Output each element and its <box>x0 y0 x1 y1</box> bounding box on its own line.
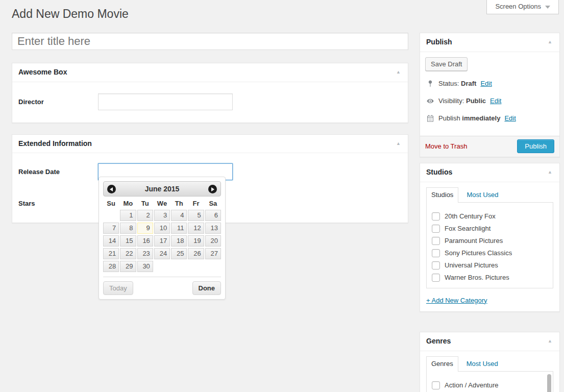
studio-item[interactable]: Fox Searchlight <box>432 223 553 235</box>
checkbox[interactable] <box>432 274 440 282</box>
schedule-edit-link[interactable]: Edit <box>504 114 516 122</box>
calendar-day[interactable]: 24 <box>154 248 170 259</box>
genre-item[interactable]: Action / Adventure <box>432 379 553 391</box>
visibility-edit-link[interactable]: Edit <box>490 97 501 105</box>
calendar-day[interactable]: 29 <box>120 261 136 272</box>
calendar-day[interactable]: 1 <box>120 210 136 221</box>
tab-genres-most-used[interactable]: Most Used <box>467 357 498 372</box>
metabox-publish: Publish ▲ Save Draft Status: Draft Edit <box>420 33 560 157</box>
checkbox[interactable] <box>432 261 440 270</box>
datepicker-footer: Today Done <box>103 277 221 295</box>
day-of-week-label: Mo <box>120 200 136 207</box>
calendar-day[interactable]: 10 <box>154 223 170 234</box>
calendar-day[interactable]: 8 <box>120 223 136 234</box>
add-new-category-link[interactable]: + Add New Category <box>426 297 487 304</box>
status-edit-link[interactable]: Edit <box>480 80 492 87</box>
calendar-day[interactable]: 25 <box>171 248 187 259</box>
metabox-header[interactable]: Publish ▲ <box>420 33 559 52</box>
calendar-day[interactable]: 22 <box>120 248 136 259</box>
done-button[interactable]: Done <box>192 281 222 295</box>
checkbox[interactable] <box>432 212 440 220</box>
metabox-header[interactable]: Genres ▲ <box>420 332 559 351</box>
calendar-grid: 1234567891011121314151617181920212223242… <box>103 210 221 272</box>
calendar-day[interactable]: 6 <box>205 210 221 221</box>
studio-item[interactable]: Universal Pictures <box>432 259 553 272</box>
day-of-week-label: Th <box>171 200 187 207</box>
calendar-day[interactable]: 23 <box>137 248 153 259</box>
day-of-week-label: Tu <box>137 200 153 207</box>
calendar-day[interactable]: 18 <box>171 235 187 247</box>
datepicker-popup: June 2015 SuMoTuWeThFrSa 123456789101112… <box>99 177 226 300</box>
next-month-button[interactable] <box>208 185 217 193</box>
datepicker-month-year: June 2015 <box>145 185 180 193</box>
calendar-day[interactable]: 12 <box>188 223 204 234</box>
status-text: Status: Draft <box>438 80 476 87</box>
calendar-day[interactable]: 9 <box>137 223 153 234</box>
calendar-day[interactable]: 19 <box>188 235 204 247</box>
schedule-text: Publish immediately <box>438 114 500 122</box>
metabox-title: Extended Information <box>18 139 92 149</box>
tab-studios-all[interactable]: Studios <box>426 187 458 203</box>
calendar-day[interactable]: 4 <box>171 210 187 221</box>
calendar-day[interactable]: 28 <box>103 261 119 272</box>
genres-content: Genres Most Used Action / Adventure Come… <box>420 351 559 392</box>
calendar-day[interactable]: 30 <box>137 261 153 272</box>
collapse-arrow-icon[interactable]: ▲ <box>395 70 402 75</box>
studio-item[interactable]: Warner Bros. Pictures <box>432 272 553 284</box>
calendar-day[interactable]: 16 <box>137 235 153 247</box>
studio-label: Warner Bros. Pictures <box>445 274 509 281</box>
collapse-arrow-icon[interactable]: ▲ <box>547 339 553 344</box>
publishing-actions: Move to Trash Publish <box>420 136 559 157</box>
today-button[interactable]: Today <box>103 281 133 295</box>
studio-item[interactable]: Sony Pictures Classics <box>432 247 553 259</box>
move-to-trash-link[interactable]: Move to Trash <box>425 142 467 150</box>
collapse-arrow-icon[interactable]: ▲ <box>395 141 402 146</box>
datepicker-header: June 2015 <box>103 181 221 197</box>
calendar-day[interactable]: 27 <box>205 248 221 259</box>
prev-month-button[interactable] <box>107 185 116 193</box>
studio-item[interactable]: 20th Century Fox <box>432 210 553 223</box>
calendar-day[interactable]: 14 <box>103 235 119 247</box>
studio-label: Universal Pictures <box>445 261 498 269</box>
calendar-day[interactable]: 17 <box>154 235 170 247</box>
calendar-day <box>188 261 204 272</box>
day-of-week-label: Fr <box>188 200 204 207</box>
screen-options-label: Screen Options <box>495 3 541 10</box>
calendar-day[interactable]: 20 <box>205 235 221 247</box>
metabox-title: Studios <box>426 167 452 178</box>
metabox-header[interactable]: Extended Information ▲ <box>12 135 408 154</box>
calendar-day[interactable]: 3 <box>154 210 170 221</box>
calendar-day[interactable]: 15 <box>120 235 136 247</box>
director-input[interactable] <box>98 93 233 110</box>
genres-checklist: Action / Adventure Comedy <box>426 371 553 392</box>
tab-studios-most-used[interactable]: Most Used <box>467 188 498 203</box>
studio-label: 20th Century Fox <box>445 212 496 220</box>
metabox-content: Director <box>12 82 408 122</box>
publish-button[interactable]: Publish <box>517 139 554 153</box>
calendar-day[interactable]: 11 <box>171 223 187 234</box>
status-row: Status: Draft Edit <box>426 79 554 89</box>
visibility-text: Visibility: Public <box>438 97 486 105</box>
checkbox[interactable] <box>432 237 440 245</box>
genre-label: Action / Adventure <box>445 381 499 389</box>
metabox-header[interactable]: Studios ▲ <box>420 163 559 182</box>
calendar-day[interactable]: 5 <box>188 210 204 221</box>
screen-options-tab[interactable]: Screen Options <box>486 0 559 14</box>
metabox-title: Publish <box>426 37 452 47</box>
collapse-arrow-icon[interactable]: ▲ <box>547 170 553 175</box>
metabox-header[interactable]: Awesome Box ▲ <box>12 63 408 82</box>
studio-item[interactable]: Paramount Pictures <box>432 235 553 247</box>
calendar-day[interactable]: 13 <box>205 223 221 234</box>
scrollbar-thumb[interactable] <box>547 374 551 392</box>
post-title-input[interactable] <box>12 33 408 50</box>
save-draft-button[interactable]: Save Draft <box>425 57 468 71</box>
checkbox[interactable] <box>432 249 440 257</box>
checkbox[interactable] <box>432 381 440 389</box>
calendar-day[interactable]: 21 <box>103 248 119 259</box>
collapse-arrow-icon[interactable]: ▲ <box>547 40 553 44</box>
checkbox[interactable] <box>432 225 440 233</box>
calendar-day[interactable]: 26 <box>188 248 204 259</box>
calendar-day[interactable]: 2 <box>137 210 153 221</box>
tab-genres-all[interactable]: Genres <box>426 356 458 372</box>
calendar-day[interactable]: 7 <box>103 223 119 234</box>
